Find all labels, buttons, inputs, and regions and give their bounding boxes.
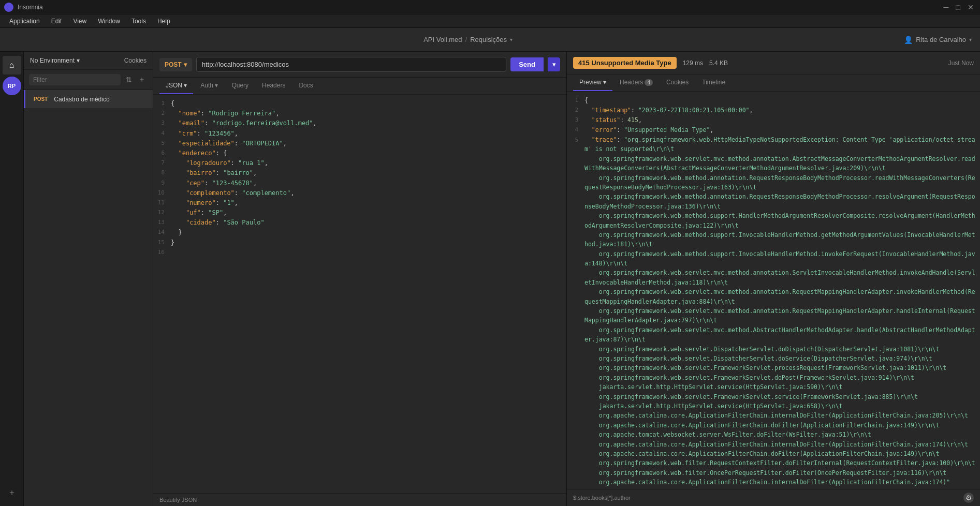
breadcrumb-separator: / (465, 36, 467, 43)
app-title: Insomnia (4, 3, 43, 12)
breadcrumb-section[interactable]: Requisições (470, 36, 507, 43)
user-dropdown-icon[interactable]: ▾ (969, 37, 972, 42)
resp-line-2: 2 "timestamp": "2023-07-22T18:00:21.105+… (569, 106, 978, 115)
left-panel: No Environment ▾ Cookies ⇅ ＋ POST Cadast… (24, 52, 153, 506)
jq-expression[interactable]: $.store.books[*].author (573, 495, 631, 501)
tab-json[interactable]: JSON ▾ (159, 78, 193, 94)
env-label: No Environment (30, 57, 75, 64)
title-bar: Insomnia ─ □ ✕ (0, 0, 980, 14)
beautify-json-button[interactable]: Beautify JSON (159, 497, 197, 503)
code-line-11: 11 "numero": "1", (155, 198, 564, 208)
resp-line-5: 5 "trace": "org.springframework.web.Http… (569, 135, 978, 487)
status-badge: 415 Unsupported Media Type (573, 57, 677, 69)
send-button[interactable]: Send (510, 57, 544, 71)
code-line-7: 7 "logradouro": "rua 1", (155, 158, 564, 168)
code-line-10: 10 "complemento": "complemento", (155, 188, 564, 198)
code-line-3: 3 "email": "rodrigo.ferreira@voll.med", (155, 118, 564, 128)
code-line-13: 13 "cidade": "São Paulo" (155, 218, 564, 228)
request-tabs: JSON ▾ Auth ▾ Query Headers Docs (153, 78, 566, 95)
sidebar-home-icon[interactable]: ⌂ (3, 56, 21, 75)
environment-selector[interactable]: No Environment ▾ (30, 57, 80, 64)
request-body-editor[interactable]: 1 { 2 "nome": "Rodrigo Ferreira", 3 "ema… (153, 95, 566, 493)
code-line-4: 4 "crm": "123456", (155, 129, 564, 139)
response-panel: 415 Unsupported Media Type 129 ms 5.4 KB… (567, 52, 980, 506)
menu-view[interactable]: View (68, 16, 92, 26)
response-tabs: Preview ▾ Headers4 Cookies Timeline (567, 75, 980, 92)
filter-input[interactable] (29, 74, 121, 85)
code-line-15: 15 } (155, 238, 564, 248)
resp-tab-timeline[interactable]: Timeline (696, 75, 732, 91)
resp-tab-headers[interactable]: Headers4 (613, 75, 659, 91)
minimize-button[interactable]: ─ (942, 3, 951, 11)
response-bar: 415 Unsupported Media Type 129 ms 5.4 KB… (567, 52, 980, 75)
resp-line-1: 1 { (569, 96, 978, 106)
headers-badge: 4 (645, 79, 653, 86)
code-line-12: 12 "uf": "SP", (155, 208, 564, 218)
response-timestamp: Just Now (948, 59, 974, 67)
menu-tools[interactable]: Tools (126, 16, 151, 26)
top-bar: API Voll.med / Requisições ▾ 👤 Rita de C… (0, 28, 980, 52)
section-dropdown-icon[interactable]: ▾ (510, 37, 513, 42)
sort-button[interactable]: ⇅ (124, 74, 134, 85)
editor-footer[interactable]: Beautify JSON (153, 493, 566, 506)
window-controls[interactable]: ─ □ ✕ (942, 3, 976, 11)
resp-tab-preview[interactable]: Preview ▾ (573, 75, 612, 91)
response-duration: 129 ms (683, 59, 703, 67)
menu-edit[interactable]: Edit (46, 16, 67, 26)
menu-help[interactable]: Help (152, 16, 175, 26)
response-footer-right: ⚙ (963, 493, 974, 503)
menu-application[interactable]: Application (4, 16, 45, 26)
code-line-8: 8 "bairro": "bairro", (155, 168, 564, 178)
request-panel: POST ▾ Send ▾ JSON ▾ Auth ▾ Query Header… (153, 52, 567, 506)
tab-auth[interactable]: Auth ▾ (194, 78, 224, 94)
code-line-2: 2 "nome": "Rodrigo Ferreira", (155, 109, 564, 118)
resp-line-4: 4 "error": "Unsupported Media Type", (569, 125, 978, 135)
code-line-5: 5 "especialidade": "ORTOPEDIA", (155, 139, 564, 148)
close-button[interactable]: ✕ (966, 3, 976, 11)
request-bar: POST ▾ Send ▾ (153, 52, 566, 78)
search-controls: ⇅ ＋ (124, 74, 148, 85)
search-bar: ⇅ ＋ (24, 70, 153, 90)
code-line-14: 14 } (155, 228, 564, 237)
user-icon: 👤 (904, 36, 913, 44)
resp-line-3: 3 "status": 415, (569, 115, 978, 125)
sidebar-add-icon[interactable]: ＋ (3, 483, 21, 502)
sidebar: ⌂ RP ＋ (0, 52, 24, 506)
menu-window[interactable]: Window (93, 16, 125, 26)
method-badge: POST (32, 95, 50, 103)
code-line-16: 16 (155, 248, 564, 258)
request-list-item[interactable]: POST Cadastro de médico (24, 90, 153, 108)
user-area: 👤 Rita de Carvalho ▾ (904, 36, 972, 44)
settings-button[interactable]: ⚙ (963, 493, 974, 503)
url-input[interactable] (196, 57, 507, 72)
method-selector[interactable]: POST ▾ (159, 58, 192, 71)
method-label: POST (165, 61, 182, 68)
cookies-button[interactable]: Cookies (124, 57, 147, 64)
resp-tab-cookies[interactable]: Cookies (660, 75, 695, 91)
tab-docs[interactable]: Docs (292, 78, 319, 94)
code-line-6: 6 "endereco": { (155, 148, 564, 158)
main-layout: ⌂ RP ＋ No Environment ▾ Cookies ⇅ ＋ POST… (0, 52, 980, 506)
menu-bar: Application Edit View Window Tools Help (0, 14, 980, 28)
maximize-button[interactable]: □ (954, 3, 962, 11)
method-dropdown-icon: ▾ (184, 61, 187, 68)
env-dropdown-icon: ▾ (77, 57, 80, 64)
tab-headers[interactable]: Headers (256, 78, 291, 94)
response-size: 5.4 KB (709, 59, 728, 67)
app-icon (4, 3, 13, 12)
response-footer: $.store.books[*].author ⚙ (567, 489, 980, 506)
code-line-9: 9 "cep": "123-45678", (155, 178, 564, 188)
send-dropdown-button[interactable]: ▾ (548, 57, 560, 71)
add-request-button[interactable]: ＋ (136, 74, 148, 85)
response-body: 1 { 2 "timestamp": "2023-07-22T18:00:21.… (567, 92, 980, 489)
breadcrumb: API Voll.med / Requisições ▾ (423, 36, 513, 43)
username: Rita de Carvalho (916, 36, 966, 43)
code-line-1: 1 { (155, 99, 564, 109)
request-name: Cadastro de médico (54, 96, 109, 103)
left-panel-header: No Environment ▾ Cookies (24, 52, 153, 70)
sidebar-rp-icon[interactable]: RP (3, 77, 21, 95)
tab-query[interactable]: Query (225, 78, 255, 94)
breadcrumb-project: API Voll.med (423, 36, 462, 43)
